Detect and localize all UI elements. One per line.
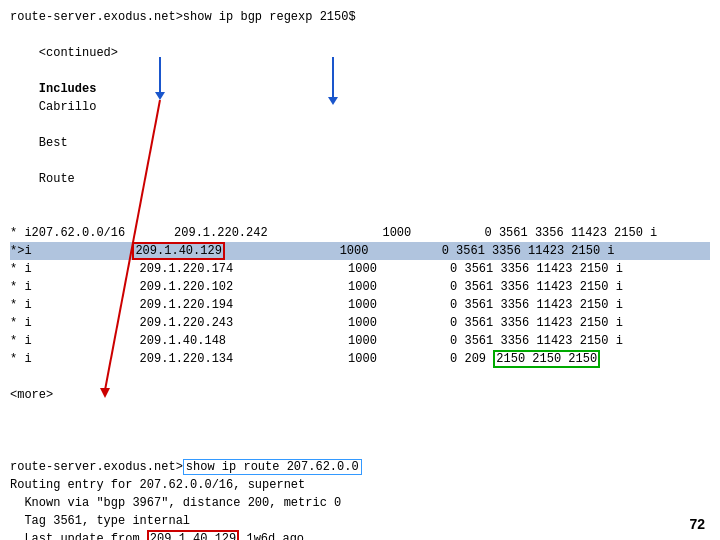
last-update: Last update from 209.1.40.129 1w6d ago xyxy=(10,530,710,540)
arrow-head-2 xyxy=(328,97,338,105)
nexthop-box-red: 209.1.40.129 xyxy=(132,242,224,260)
route-label: Route xyxy=(39,172,75,186)
empty-line-4 xyxy=(10,422,710,440)
page-number: 72 xyxy=(689,516,705,532)
arrow-line xyxy=(159,57,161,92)
terminal-output: route-server.exodus.net>show ip bgp rege… xyxy=(0,0,720,540)
empty-line-5 xyxy=(10,440,710,458)
continued-label: <continued> xyxy=(39,46,118,60)
table-row: * i207.62.0.0/16 209.1.220.242 1000 0 35… xyxy=(10,224,710,242)
best-label: Best xyxy=(39,136,68,150)
arrow-line-2 xyxy=(332,57,334,97)
route-arrow-visual xyxy=(328,57,338,105)
last-update-box-red: 209.1.40.129 xyxy=(147,530,239,540)
empty-line-2 xyxy=(10,368,710,386)
command-line-2: route-server.exodus.net>show ip route 20… xyxy=(10,458,710,476)
more-prompt: <more> xyxy=(10,386,710,404)
command-highlight: show ip route 207.62.0.0 xyxy=(183,459,362,475)
table-row: * i 209.1.220.174 1000 0 3561 3356 11423… xyxy=(10,260,710,278)
table-row: * i 209.1.40.148 1000 0 3561 3356 11423 … xyxy=(10,332,710,350)
empty-line-3 xyxy=(10,404,710,422)
table-row: * i 209.1.220.102 1000 0 3561 3356 11423… xyxy=(10,278,710,296)
aspath-box-green: 2150 2150 2150 xyxy=(493,350,600,368)
header-line: <continued> Includes Cabrillo Best Route xyxy=(10,26,710,206)
table-row-green: * i 209.1.220.134 1000 0 209 2150 2150 2… xyxy=(10,350,710,368)
routing-entry: Routing entry for 207.62.0.0/16, superne… xyxy=(10,476,710,494)
tag-line: Tag 3561, type internal xyxy=(10,512,710,530)
includes-arrow-visual xyxy=(155,57,165,100)
table-row-highlighted: *>i 209.1.40.129 1000 0 3561 3356 11423 … xyxy=(10,242,710,260)
includes-label: Includes xyxy=(39,82,97,96)
known-via: Known via "bgp 3967", distance 200, metr… xyxy=(10,494,710,512)
arrow-head xyxy=(155,92,165,100)
empty-line-1 xyxy=(10,206,710,224)
command-line-1: route-server.exodus.net>show ip bgp rege… xyxy=(10,8,710,26)
cabrillo-label: Cabrillo xyxy=(39,100,97,114)
table-row: * i 209.1.220.243 1000 0 3561 3356 11423… xyxy=(10,314,710,332)
table-row: * i 209.1.220.194 1000 0 3561 3356 11423… xyxy=(10,296,710,314)
